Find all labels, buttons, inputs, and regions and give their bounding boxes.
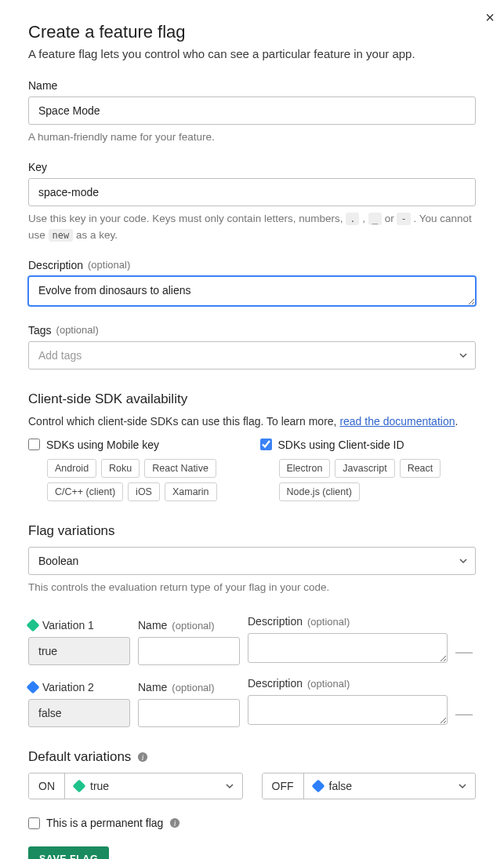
variation-name-input[interactable] xyxy=(138,699,240,727)
variation-name-label: Name xyxy=(138,681,167,693)
save-flag-button[interactable]: SAVE FLAG xyxy=(28,846,109,859)
info-icon[interactable]: i xyxy=(137,752,148,763)
key-input[interactable] xyxy=(28,178,476,206)
tags-label: Tags xyxy=(28,324,52,337)
sdk-mobile-label: SDKs using Mobile key xyxy=(46,439,159,451)
info-icon[interactable]: i xyxy=(169,817,180,828)
optional-label: (optional) xyxy=(172,620,214,632)
modal-subtitle: A feature flag lets you control who can … xyxy=(28,47,476,60)
diamond-icon xyxy=(311,780,325,793)
sdk-tag: Javascript xyxy=(335,459,394,478)
sdk-tag: Electron xyxy=(279,459,331,478)
close-icon[interactable]: × xyxy=(485,9,495,25)
defaults-heading: Default variations xyxy=(28,749,131,765)
sdk-heading: Client-side SDK availability xyxy=(28,391,476,407)
variation-name-input[interactable] xyxy=(138,637,240,665)
name-input[interactable] xyxy=(28,96,476,125)
key-hint: Use this key in your code. Keys must onl… xyxy=(28,211,476,243)
variation-desc-label: Description xyxy=(248,615,303,628)
sdk-client-label: SDKs using Client-side ID xyxy=(278,439,404,451)
remove-variation-icon[interactable]: — xyxy=(455,705,476,727)
svg-text:i: i xyxy=(142,753,144,762)
permanent-flag-label: This is a permanent flag xyxy=(46,817,163,829)
flag-type-hint: This controls the evaluation return type… xyxy=(28,580,476,595)
sdk-client-checkbox[interactable] xyxy=(260,439,272,450)
description-label: Description xyxy=(28,259,83,271)
tags-optional: (optional) xyxy=(56,324,99,336)
svg-text:i: i xyxy=(174,819,176,828)
variation-title: Variation 1 xyxy=(42,619,94,632)
remove-variation-icon[interactable]: — xyxy=(455,643,476,665)
modal-title: Create a feature flag xyxy=(28,22,476,42)
default-on-label: ON xyxy=(29,773,65,799)
diamond-icon xyxy=(27,619,40,632)
variation-value-input xyxy=(28,699,130,727)
name-label: Name xyxy=(28,79,476,92)
optional-label: (optional) xyxy=(307,616,350,628)
default-on-select[interactable]: ON true xyxy=(28,773,243,799)
sdk-tag: Node.js (client) xyxy=(279,482,360,501)
name-hint: A human-friendly name for your feature. xyxy=(28,129,476,145)
sdk-desc: Control which client-side SDKs can use t… xyxy=(28,415,476,428)
sdk-tag: C/C++ (client) xyxy=(47,482,123,501)
variation-desc-input[interactable] xyxy=(248,695,448,725)
sdk-tag: iOS xyxy=(128,482,160,501)
flag-type-select[interactable]: Boolean xyxy=(28,547,476,575)
description-input[interactable]: Evolve from dinosaurs to aliens xyxy=(28,276,476,306)
sdk-tag: React Native xyxy=(144,459,216,478)
flag-variations-heading: Flag variations xyxy=(28,523,476,539)
sdk-tag: Xamarin xyxy=(165,482,217,501)
default-off-label: OFF xyxy=(263,773,304,799)
sdk-tag: Roku xyxy=(101,459,140,478)
sdk-tag: Android xyxy=(47,459,96,478)
sdk-tag: React xyxy=(400,459,441,478)
variation-desc-label: Description xyxy=(248,677,303,690)
diamond-icon xyxy=(73,780,86,793)
optional-label: (optional) xyxy=(307,678,350,690)
variation-value-input xyxy=(28,637,130,665)
optional-label: (optional) xyxy=(172,682,214,693)
diamond-icon xyxy=(27,681,40,694)
permanent-flag-checkbox[interactable] xyxy=(28,817,40,829)
tags-select[interactable]: Add tags xyxy=(28,341,476,369)
sdk-doc-link[interactable]: read the documentation xyxy=(339,415,455,428)
sdk-mobile-checkbox[interactable] xyxy=(28,439,40,450)
key-label: Key xyxy=(28,161,476,173)
variation-desc-input[interactable] xyxy=(248,633,448,663)
variation-title: Variation 2 xyxy=(42,681,94,693)
default-off-select[interactable]: OFF false xyxy=(262,773,477,799)
description-optional: (optional) xyxy=(88,259,130,271)
variation-name-label: Name xyxy=(138,619,167,632)
